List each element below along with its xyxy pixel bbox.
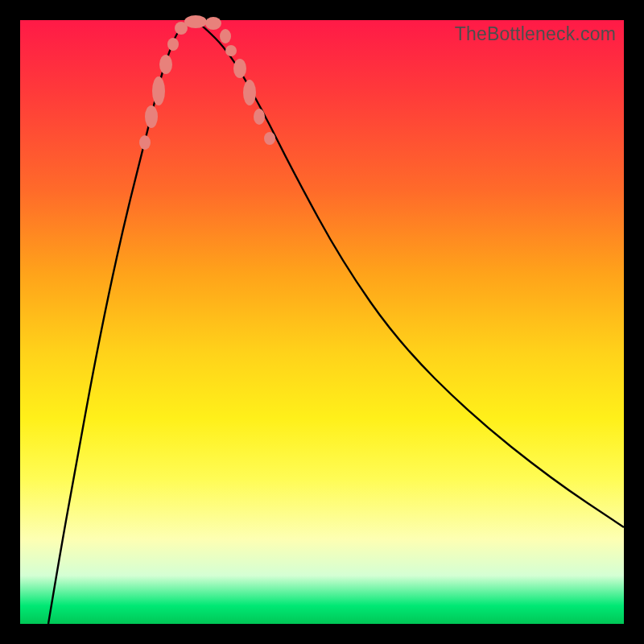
- left-cluster-5: [167, 38, 179, 51]
- right-cluster-6: [264, 132, 275, 145]
- left-cluster-3: [152, 76, 165, 105]
- watermark-text: TheBottleneck.com: [455, 23, 616, 45]
- right-cluster-1: [220, 29, 231, 43]
- right-cluster-5: [254, 109, 265, 125]
- curve-layer: [20, 20, 624, 624]
- plot-area: TheBottleneck.com: [20, 20, 624, 624]
- data-markers: [139, 15, 275, 150]
- bottom-cluster-3: [205, 17, 221, 30]
- bottom-cluster-2: [184, 15, 207, 28]
- chart-frame: TheBottleneck.com: [0, 0, 644, 644]
- bottleneck-curve: [48, 21, 624, 624]
- right-cluster-3: [233, 59, 246, 78]
- right-cluster-4: [243, 80, 256, 105]
- left-cluster-4: [159, 55, 172, 74]
- left-cluster-2: [145, 105, 158, 128]
- right-cluster-2: [225, 45, 237, 56]
- left-cluster-1: [139, 135, 151, 150]
